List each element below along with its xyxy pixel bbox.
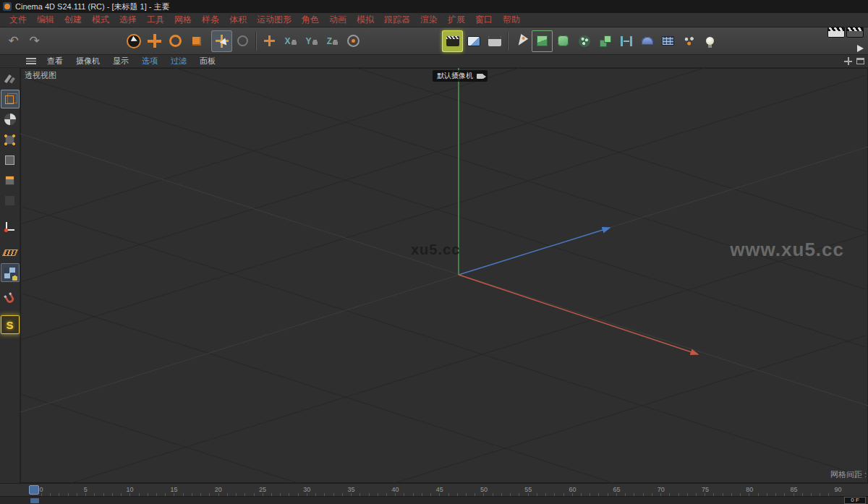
lock-z-axis-button[interactable]: Z bbox=[322, 30, 343, 52]
quantize-snap-button[interactable]: S bbox=[1, 315, 20, 334]
redo-button[interactable] bbox=[24, 30, 45, 52]
menu-角色[interactable]: 角色 bbox=[297, 14, 324, 26]
add-environment-button[interactable] bbox=[637, 30, 658, 52]
menu-文件[interactable]: 文件 bbox=[4, 14, 32, 26]
menu-动画[interactable]: 动画 bbox=[324, 14, 352, 26]
timeline-tick-55: 55 bbox=[524, 486, 532, 493]
add-particles-icon bbox=[684, 36, 695, 46]
model-mode-button[interactable] bbox=[1, 90, 20, 108]
menu-扩展[interactable]: 扩展 bbox=[443, 14, 470, 26]
menu-运动图形[interactable]: 运动图形 bbox=[252, 14, 297, 26]
add-deformer-button[interactable] bbox=[616, 30, 637, 52]
add-cloner-icon bbox=[600, 35, 611, 47]
viewport-pan-icon[interactable] bbox=[844, 57, 852, 65]
menu-创建[interactable]: 创建 bbox=[59, 14, 87, 26]
add-volume-icon bbox=[579, 35, 590, 47]
undo-icon bbox=[8, 33, 18, 48]
menu-模拟[interactable]: 模拟 bbox=[352, 14, 379, 26]
timeline-tick-85: 85 bbox=[790, 486, 797, 493]
current-frame-box[interactable]: 0 F bbox=[844, 497, 866, 504]
watermark-right: www.xu5.cc bbox=[730, 239, 844, 261]
clapboard-1-button[interactable] bbox=[827, 27, 845, 40]
texture-mode-button[interactable] bbox=[1, 110, 20, 129]
menu-跟踪器[interactable]: 跟踪器 bbox=[379, 14, 415, 26]
viewport-menu-查看[interactable]: 查看 bbox=[41, 56, 69, 67]
timeline-handle-small[interactable] bbox=[30, 498, 39, 503]
tweak-mode-button[interactable] bbox=[1, 191, 20, 210]
menu-选择[interactable]: 选择 bbox=[114, 14, 142, 26]
lock-x-axis-button[interactable]: X bbox=[280, 30, 301, 52]
add-subdivision-surface-icon bbox=[558, 35, 569, 46]
menu-帮助[interactable]: 帮助 bbox=[498, 14, 525, 26]
menu-样条[interactable]: 样条 bbox=[197, 14, 224, 26]
menu-模式[interactable]: 模式 bbox=[87, 14, 114, 26]
timeline-ruler[interactable]: 051015202530354045505560657075808590 bbox=[0, 483, 868, 496]
last-used-tool-button[interactable] bbox=[232, 30, 253, 52]
rotate-tool-button[interactable] bbox=[165, 30, 186, 52]
live-selection-button[interactable] bbox=[123, 30, 144, 52]
world-axis-x bbox=[459, 275, 698, 354]
render-picture-viewer-button[interactable] bbox=[463, 30, 484, 52]
undo-button[interactable] bbox=[3, 30, 24, 52]
add-subdivision-surface-button[interactable] bbox=[553, 30, 574, 52]
view-label[interactable]: 透视视图 bbox=[25, 70, 56, 81]
menu-窗口[interactable]: 窗口 bbox=[470, 14, 498, 26]
timeline-tick-75: 75 bbox=[702, 486, 709, 493]
lock-y-axis-button[interactable]: Y bbox=[301, 30, 322, 52]
play-button[interactable] bbox=[857, 42, 864, 55]
render-view-button[interactable] bbox=[442, 30, 463, 52]
camera-label-chip[interactable]: 默认摄像机 bbox=[433, 70, 488, 82]
add-object-button[interactable] bbox=[259, 30, 280, 52]
viewport-maximize-icon[interactable] bbox=[856, 58, 864, 64]
lock-workplane-button[interactable] bbox=[1, 263, 20, 282]
scale-tool-icon bbox=[192, 37, 201, 46]
make-editable-button[interactable] bbox=[1, 69, 20, 88]
add-cube-button[interactable] bbox=[532, 30, 553, 52]
coordinate-system-button[interactable] bbox=[343, 30, 364, 52]
menu-编辑[interactable]: 编辑 bbox=[32, 14, 59, 26]
viewport[interactable]: 透视视图 默认摄像机 xu5.cc www.xu5.cc 网格间距 : bbox=[20, 68, 868, 483]
timeline-tick-45: 45 bbox=[436, 486, 443, 493]
edge-mode-button[interactable] bbox=[1, 150, 20, 169]
add-cloner-button[interactable] bbox=[595, 30, 616, 52]
enable-snap-button[interactable] bbox=[1, 289, 20, 308]
timeline-tick-60: 60 bbox=[569, 486, 576, 493]
viewport-menu-hamburger-icon[interactable] bbox=[26, 58, 36, 64]
timeline-tick-35: 35 bbox=[347, 486, 354, 493]
add-volume-button[interactable] bbox=[574, 30, 595, 52]
add-particles-button[interactable] bbox=[678, 30, 699, 52]
render-settings-button[interactable] bbox=[484, 30, 505, 52]
clapboard-2-button[interactable] bbox=[846, 27, 864, 40]
axis-mode-button[interactable] bbox=[1, 217, 20, 236]
pen-spline-icon bbox=[514, 34, 527, 48]
viewport-menu-过滤[interactable]: 过滤 bbox=[164, 56, 193, 67]
toolbar-spacer bbox=[364, 40, 442, 41]
quantize-snap-icon: S bbox=[6, 319, 13, 331]
viewport-menu-面板[interactable]: 面板 bbox=[193, 56, 222, 67]
polygon-mode-button[interactable] bbox=[1, 171, 20, 189]
viewport-menu-摄像机[interactable]: 摄像机 bbox=[69, 56, 106, 67]
move-tool-button[interactable] bbox=[144, 30, 165, 52]
polygon-mode-icon bbox=[5, 176, 14, 185]
add-light-icon bbox=[706, 37, 714, 45]
point-mode-button[interactable] bbox=[1, 130, 20, 149]
pen-spline-button[interactable] bbox=[511, 30, 532, 52]
menu-网格[interactable]: 网格 bbox=[169, 14, 197, 26]
titlebar: Cinema 4D S24.111 (RC) - [未标题 1] - 主要 bbox=[0, 0, 868, 13]
viewport-menubar: 查看摄像机显示选项过滤面板 bbox=[0, 55, 868, 68]
timeline-handle[interactable] bbox=[29, 485, 39, 495]
timeline-tick-90: 90 bbox=[835, 486, 842, 493]
timeline-tick-20: 20 bbox=[215, 486, 222, 493]
viewport-menu-选项[interactable]: 选项 bbox=[135, 56, 164, 67]
menu-工具[interactable]: 工具 bbox=[142, 14, 169, 26]
lock-workplane-icon bbox=[4, 268, 15, 278]
add-light-button[interactable] bbox=[699, 30, 720, 52]
menu-体积[interactable]: 体积 bbox=[224, 14, 252, 26]
add-field-button[interactable] bbox=[658, 30, 678, 52]
workplane-mode-button[interactable] bbox=[1, 243, 20, 262]
active-tool-button[interactable] bbox=[211, 30, 232, 52]
menu-渲染[interactable]: 渲染 bbox=[415, 14, 443, 26]
scale-tool-button[interactable] bbox=[186, 30, 207, 52]
coordinate-system-icon bbox=[347, 35, 359, 47]
viewport-menu-显示[interactable]: 显示 bbox=[106, 56, 135, 67]
